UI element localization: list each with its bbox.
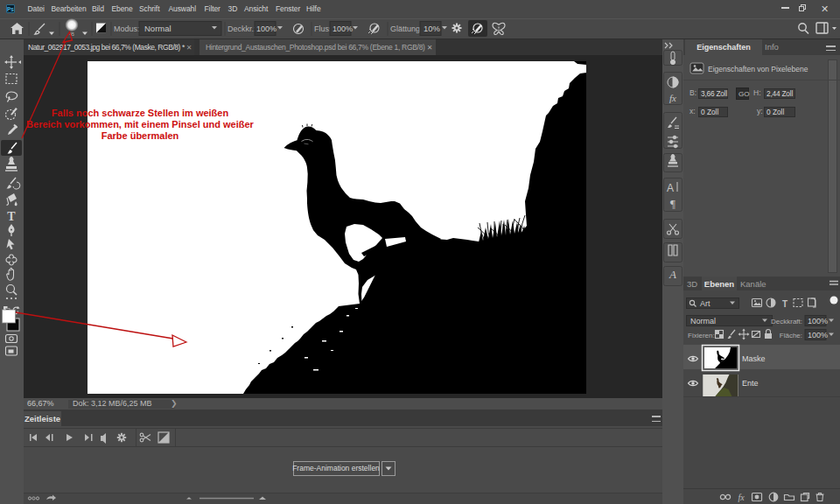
svg-text:fx: fx [669, 93, 676, 103]
svg-text:fx: fx [738, 493, 745, 502]
svg-text:100%: 100% [256, 24, 276, 33]
svg-text:Maske: Maske [742, 354, 766, 363]
svg-text:3D: 3D [687, 279, 697, 289]
svg-text:3,66 Zoll: 3,66 Zoll [701, 89, 727, 98]
svg-text:H:: H: [753, 88, 761, 97]
svg-text:T: T [7, 210, 16, 223]
svg-text:A: A [668, 268, 676, 281]
svg-text:Deckkraft:: Deckkraft: [771, 318, 802, 326]
svg-text:Normal: Normal [144, 24, 172, 33]
svg-text:Deckkr.:: Deckkr.: [228, 24, 256, 33]
svg-text:x:: x: [690, 107, 696, 116]
svg-text:100%: 100% [332, 24, 353, 33]
svg-text:Frame-Animation erstellen: Frame-Animation erstellen [292, 464, 380, 472]
svg-text:Eigenschaften von Pixelebene: Eigenschaften von Pixelebene [708, 65, 808, 74]
svg-text:GO: GO [738, 90, 749, 98]
svg-text:2,44 Zoll: 2,44 Zoll [766, 89, 793, 98]
svg-text:¶: ¶ [670, 197, 676, 210]
svg-text:y:: y: [757, 107, 763, 116]
svg-text:100%: 100% [808, 331, 828, 340]
svg-text:Modus:: Modus: [114, 24, 140, 33]
svg-text:Ente: Ente [742, 379, 759, 388]
svg-text:Fixieren:: Fixieren: [688, 332, 715, 340]
svg-text:100%: 100% [808, 317, 828, 326]
svg-text:45: 45 [69, 32, 74, 37]
svg-text:Normal: Normal [690, 317, 716, 326]
svg-text:A: A [667, 182, 674, 194]
svg-text:0 Zoll: 0 Zoll [701, 108, 718, 116]
svg-text:Ebenen: Ebenen [704, 279, 735, 289]
svg-text:Kanäle: Kanäle [740, 279, 766, 289]
svg-text:Glättung:: Glättung: [390, 24, 423, 33]
svg-text:Art: Art [700, 299, 710, 308]
svg-text:T: T [782, 299, 788, 309]
svg-text:Fläche:: Fläche: [780, 332, 802, 340]
svg-text:0 Zoll: 0 Zoll [766, 108, 784, 116]
svg-text:10%: 10% [424, 24, 441, 33]
svg-text:B:: B: [690, 88, 696, 97]
